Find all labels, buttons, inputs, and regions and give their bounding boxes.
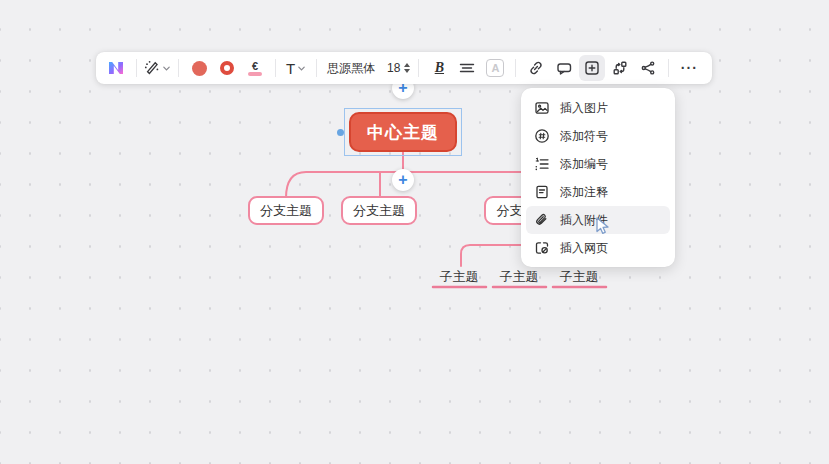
menu-item-insert-attachment[interactable]: 插入附件 [526, 206, 670, 234]
link-button[interactable] [523, 55, 549, 81]
insert-plus-icon [584, 60, 600, 76]
menu-item-label: 插入网页 [560, 240, 608, 257]
text-color-button[interactable]: € [242, 55, 268, 81]
sub-topic-label: 子主题 [440, 268, 479, 286]
highlight-icon: A [486, 59, 504, 77]
sub-topic-label: 子主题 [500, 268, 539, 286]
plus-icon: + [398, 172, 407, 188]
menu-item-label: 插入附件 [560, 212, 608, 229]
more-icon: ··· [681, 61, 698, 75]
border-color-swatch-icon [220, 61, 234, 75]
highlight-button[interactable]: A [482, 55, 508, 81]
replace-shape-button[interactable] [607, 55, 633, 81]
link-icon [528, 60, 544, 76]
divider [136, 59, 137, 77]
fill-color-button[interactable] [186, 55, 212, 81]
app-logo [103, 55, 129, 81]
border-color-button[interactable] [214, 55, 240, 81]
insert-image-icon [534, 100, 550, 116]
font-size-stepper[interactable] [404, 63, 410, 73]
comment-icon [556, 60, 573, 76]
collapse-dot[interactable] [337, 129, 344, 136]
branch-node[interactable]: 分支主题 [248, 196, 324, 225]
text-color-bar-icon [248, 72, 262, 76]
relation-icon [640, 60, 656, 76]
menu-item-add-numbering[interactable]: 添加编号 [526, 150, 670, 178]
central-topic-label: 中心主题 [367, 121, 439, 144]
add-symbol-icon [534, 128, 550, 144]
replace-shape-icon [612, 60, 628, 76]
step-up-icon[interactable] [404, 63, 410, 67]
more-button[interactable]: ··· [676, 55, 702, 81]
magic-style-button[interactable] [144, 55, 171, 81]
bold-button[interactable]: B [426, 55, 452, 81]
sub-topic-node[interactable]: 子主题 [432, 268, 486, 285]
menu-item-add-note[interactable]: 添加注释 [526, 178, 670, 206]
align-icon [459, 60, 475, 76]
divider [515, 59, 516, 77]
menu-item-label: 添加编号 [560, 156, 608, 173]
menu-item-label: 添加符号 [560, 128, 608, 145]
highlight-glyph: A [491, 62, 499, 74]
chevron-down-icon [297, 64, 306, 73]
menu-item-label: 插入图片 [560, 100, 608, 117]
insert-dropdown-menu: 插入图片 添加符号 添加编号 添加注释 [521, 88, 675, 267]
fill-color-swatch-icon [192, 61, 207, 76]
divider [418, 59, 419, 77]
divider [275, 59, 276, 77]
menu-item-insert-webpage[interactable]: 插入网页 [526, 234, 670, 262]
font-family-select[interactable]: 思源黑体 [327, 60, 375, 77]
divider [178, 59, 179, 77]
divider [668, 59, 669, 77]
sub-topic-node[interactable]: 子主题 [492, 268, 546, 285]
add-note-icon [534, 184, 550, 200]
text-style-button[interactable]: T [283, 55, 309, 81]
central-topic-node[interactable]: 中心主题 [349, 112, 457, 152]
relation-button[interactable] [635, 55, 661, 81]
step-down-icon[interactable] [404, 69, 410, 73]
add-node-button-junction[interactable]: + [392, 169, 414, 191]
insert-attachment-icon [534, 212, 550, 228]
logo-icon [106, 60, 126, 76]
add-numbering-icon [534, 156, 550, 172]
format-toolbar: € T 思源黑体 18 B A [96, 52, 712, 84]
comment-button[interactable] [551, 55, 577, 81]
font-size-value[interactable]: 18 [387, 61, 400, 75]
text-color-glyph: € [252, 61, 258, 71]
branch-node[interactable]: 分支主题 [341, 196, 417, 225]
branch-label: 分支主题 [353, 202, 405, 220]
text-style-icon: T [286, 61, 295, 76]
sub-topic-node[interactable]: 子主题 [552, 268, 606, 285]
bold-icon: B [435, 61, 444, 75]
insert-button[interactable] [579, 55, 605, 81]
chevron-down-icon [162, 64, 171, 73]
insert-webpage-icon [534, 240, 550, 256]
menu-item-label: 添加注释 [560, 184, 608, 201]
magic-wand-icon [144, 60, 160, 76]
menu-item-add-symbol[interactable]: 添加符号 [526, 122, 670, 150]
align-button[interactable] [454, 55, 480, 81]
menu-item-insert-image[interactable]: 插入图片 [526, 94, 670, 122]
sub-topic-label: 子主题 [560, 268, 599, 286]
branch-label: 分支主题 [260, 202, 312, 220]
divider [316, 59, 317, 77]
